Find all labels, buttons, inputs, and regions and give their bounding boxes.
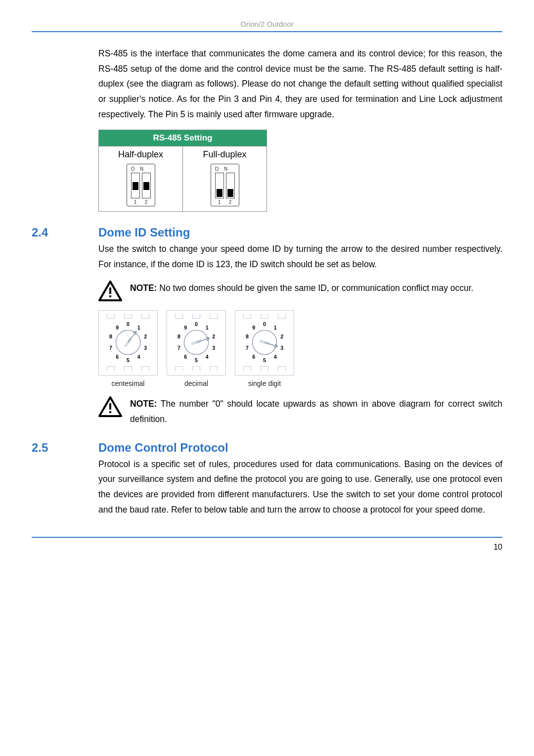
note-1-text: NOTE: No two domes should be given the s…: [130, 281, 473, 296]
dip-num: 1: [215, 199, 224, 205]
warning-icon: [98, 281, 122, 301]
dip-slot: [215, 173, 224, 198]
rotary-dial: 0123456789: [175, 321, 218, 364]
dip-switch-full: O N 1 2: [211, 164, 239, 206]
svg-text:6: 6: [184, 354, 187, 360]
svg-text:2: 2: [212, 333, 215, 339]
svg-text:3: 3: [280, 345, 283, 351]
dome-id-body: Use the switch to change your speed dome…: [98, 241, 502, 272]
svg-text:0: 0: [263, 321, 266, 327]
svg-text:9: 9: [184, 325, 187, 331]
svg-text:4: 4: [274, 354, 277, 360]
dip-on-label: O N: [213, 166, 237, 172]
svg-text:7: 7: [178, 345, 180, 351]
svg-text:7: 7: [109, 345, 112, 351]
svg-rect-39: [109, 411, 111, 413]
dip-slot: [131, 173, 140, 198]
svg-text:5: 5: [127, 358, 130, 364]
svg-text:8: 8: [109, 333, 112, 339]
rotary-label: single digit: [235, 379, 294, 387]
rotary-switch-box: 0123456789: [98, 310, 158, 376]
section-title-protocol: Dome Control Protocol: [98, 441, 228, 455]
rs485-half-duplex-cell: Half-duplex O N 1 2: [99, 146, 183, 212]
rotary-label: centesimal: [98, 379, 158, 387]
dip-slot: [226, 173, 235, 198]
rotary-label: decimal: [167, 379, 226, 387]
dip-switch-knob: [227, 189, 233, 197]
top-divider: [32, 31, 502, 32]
svg-text:0: 0: [195, 321, 198, 327]
dip-switch-knob: [143, 182, 149, 190]
section-number-2-4: 2.4: [32, 226, 98, 239]
page-header: Orion/2 Outdoor: [32, 20, 502, 28]
svg-text:2: 2: [280, 333, 283, 339]
svg-text:8: 8: [178, 333, 180, 339]
svg-text:1: 1: [206, 325, 209, 331]
svg-text:0: 0: [127, 321, 130, 327]
full-duplex-title: Full-duplex: [183, 149, 267, 160]
note-2-text: NOTE: The number "0" should locate upwar…: [130, 396, 502, 426]
svg-rect-1: [109, 295, 111, 297]
svg-text:9: 9: [116, 325, 119, 331]
svg-text:3: 3: [144, 345, 147, 351]
dip-switch-knob: [217, 189, 222, 197]
svg-text:8: 8: [246, 333, 249, 339]
svg-text:5: 5: [195, 358, 198, 364]
bottom-divider: [32, 537, 502, 538]
svg-rect-38: [109, 403, 111, 410]
note-body: No two domes should be given the same ID…: [157, 283, 473, 293]
rotary-switch-box: 0123456789: [167, 310, 226, 376]
note-block-2: NOTE: The number "0" should locate upwar…: [98, 396, 502, 426]
dip-switch-knob: [133, 182, 138, 190]
warning-icon: [98, 396, 122, 417]
svg-text:4: 4: [206, 354, 209, 360]
rotary-switch-unit: 0123456789single digit: [235, 310, 294, 387]
svg-text:1: 1: [274, 325, 277, 331]
section-title-dome-id: Dome ID Setting: [98, 226, 190, 239]
page-number: 10: [32, 543, 502, 552]
rs485-table-header: RS-485 Setting: [99, 130, 267, 146]
svg-rect-0: [109, 287, 111, 294]
note-bold: NOTE:: [130, 399, 157, 409]
svg-text:6: 6: [252, 354, 255, 360]
svg-text:7: 7: [246, 345, 249, 351]
svg-text:3: 3: [212, 345, 215, 351]
dip-num: 1: [131, 199, 140, 205]
intro-paragraph: RS-485 is the interface that communicate…: [98, 46, 502, 122]
rotary-dial: 0123456789: [106, 321, 150, 364]
dip-num: 2: [142, 199, 151, 205]
note-block-1: NOTE: No two domes should be given the s…: [98, 281, 502, 301]
svg-text:4: 4: [137, 354, 140, 360]
dip-slot: [142, 173, 151, 198]
svg-text:5: 5: [263, 358, 266, 364]
svg-text:6: 6: [116, 354, 119, 360]
rotary-switch-box: 0123456789: [235, 310, 294, 376]
note-bold: NOTE:: [130, 283, 157, 293]
svg-text:2: 2: [144, 333, 147, 339]
rotary-switch-row: 0123456789centesimal0123456789decimal012…: [98, 310, 502, 387]
dip-on-label: O N: [129, 166, 153, 172]
svg-text:1: 1: [137, 325, 140, 331]
rotary-dial: 0123456789: [243, 321, 286, 364]
note-body: The number "0" should locate upwards as …: [130, 399, 502, 424]
rotary-switch-unit: 0123456789centesimal: [98, 310, 158, 387]
protocol-body: Protocol is a specific set of rules, pro…: [98, 457, 502, 518]
half-duplex-title: Half-duplex: [99, 149, 182, 160]
svg-text:9: 9: [252, 325, 255, 331]
dip-switch-half: O N 1 2: [127, 164, 155, 206]
section-number-2-5: 2.5: [32, 441, 98, 455]
rs485-setting-table: RS-485 Setting Half-duplex O N 1: [98, 130, 267, 212]
rs485-full-duplex-cell: Full-duplex O N 1 2: [183, 146, 267, 212]
rotary-switch-unit: 0123456789decimal: [167, 310, 226, 387]
dip-num: 2: [226, 199, 235, 205]
